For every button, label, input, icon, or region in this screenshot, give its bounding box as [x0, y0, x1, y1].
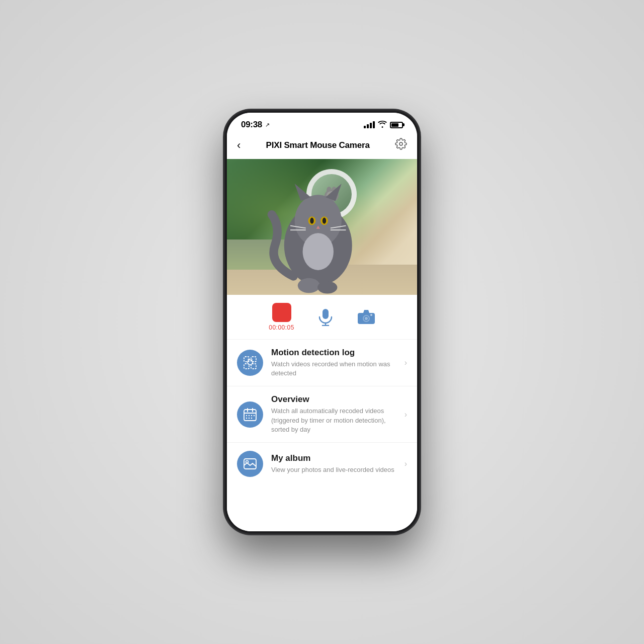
svg-point-47 [251, 415, 252, 416]
svg-point-33 [370, 314, 372, 316]
svg-point-53 [246, 460, 249, 463]
camera-feed[interactable] [227, 159, 417, 295]
svg-point-38 [248, 360, 253, 365]
overview-item[interactable]: Overview Watch all automatically recoded… [227, 386, 417, 443]
record-timer: 00:00:05 [269, 324, 294, 331]
overview-subtitle: Watch all automatically recoded videos (… [271, 407, 396, 434]
motion-detection-icon [237, 350, 263, 376]
svg-point-49 [246, 417, 247, 418]
motion-detection-item[interactable]: Motion detection log Watch videos record… [227, 340, 417, 386]
settings-button[interactable] [395, 138, 407, 153]
album-icon-svg [243, 456, 258, 471]
overview-title: Overview [271, 394, 396, 405]
location-icon: ↗ [265, 122, 270, 128]
my-album-icon [237, 451, 263, 477]
svg-point-46 [249, 415, 250, 416]
record-icon[interactable] [272, 303, 291, 322]
svg-point-51 [251, 417, 252, 418]
my-album-chevron: › [405, 459, 407, 468]
svg-point-24 [303, 233, 334, 270]
svg-point-0 [399, 142, 403, 145]
menu-list: Motion detection log Watch videos record… [227, 340, 417, 531]
svg-marker-29 [363, 310, 369, 313]
my-album-text: My album View your photos and live-recor… [271, 453, 396, 474]
controls: 00:00:05 [227, 295, 417, 340]
battery-fill [391, 123, 398, 127]
signal-bar-1 [364, 126, 366, 128]
svg-rect-25 [323, 309, 329, 319]
motion-detection-subtitle: Watch videos recorded when motion was de… [271, 360, 396, 378]
svg-point-16 [323, 218, 326, 224]
svg-point-32 [365, 317, 368, 320]
overview-text: Overview Watch all automatically recoded… [271, 394, 396, 434]
motion-icon-svg [243, 355, 258, 370]
microphone-icon [317, 308, 334, 326]
svg-point-48 [254, 415, 255, 416]
back-button[interactable]: ‹ [237, 139, 240, 152]
battery-icon [390, 122, 403, 128]
camera-icon [357, 309, 375, 325]
microphone-button[interactable] [317, 308, 334, 326]
svg-point-15 [310, 218, 313, 224]
signal-bars [364, 121, 375, 128]
signal-bar-3 [370, 123, 372, 128]
wifi-icon [378, 121, 387, 129]
my-album-subtitle: View your photos and live-recorded video… [271, 465, 396, 474]
camera-button[interactable] [357, 309, 375, 325]
svg-point-45 [246, 415, 247, 416]
record-button[interactable]: 00:00:05 [269, 303, 294, 331]
svg-point-22 [298, 278, 320, 293]
status-time: 09:38 [241, 120, 262, 130]
status-icons [364, 121, 403, 129]
motion-detection-chevron: › [405, 358, 407, 367]
nav-bar: ‹ PIXI Smart Mouse Camera [227, 134, 417, 159]
motion-detection-text: Motion detection log Watch videos record… [271, 348, 396, 378]
page-title: PIXI Smart Mouse Camera [266, 140, 370, 150]
signal-bar-4 [373, 121, 375, 128]
status-bar: 09:38 ↗ [227, 113, 417, 134]
overview-icon [237, 401, 263, 428]
svg-point-50 [249, 417, 250, 418]
svg-point-23 [317, 281, 337, 294]
my-album-item[interactable]: My album View your photos and live-recor… [227, 443, 417, 485]
calendar-icon-svg [243, 407, 258, 422]
cat-image [227, 159, 407, 295]
my-album-title: My album [271, 453, 396, 463]
overview-chevron: › [405, 410, 407, 419]
motion-detection-title: Motion detection log [271, 348, 396, 358]
signal-bar-2 [367, 124, 369, 128]
